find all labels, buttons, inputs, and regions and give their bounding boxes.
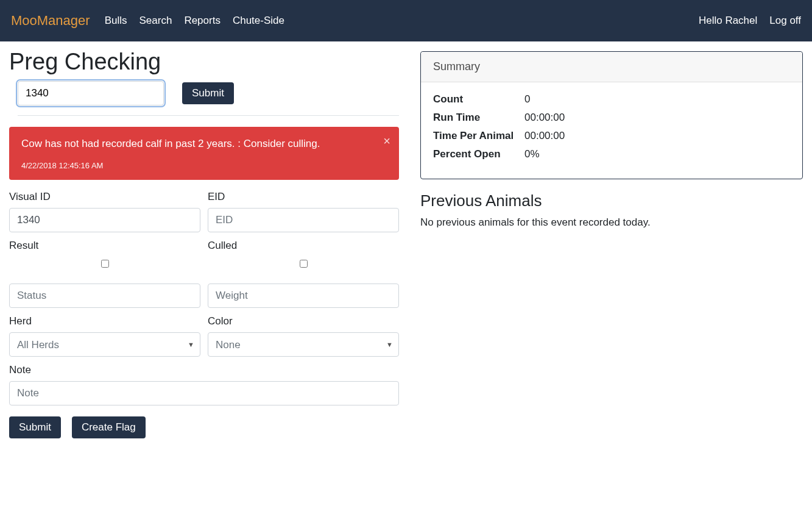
create-flag-button[interactable]: Create Flag <box>72 416 146 438</box>
nav-logoff[interactable]: Log off <box>769 15 801 27</box>
nav-left: Bulls Search Reports Chute-Side <box>105 15 284 27</box>
alert-message: Cow has not had recorded calf in past 2 … <box>21 138 387 150</box>
search-row: Submit <box>18 81 399 116</box>
search-submit-button[interactable]: Submit <box>182 82 234 104</box>
form-submit-button[interactable]: Submit <box>9 416 61 438</box>
nav-reports[interactable]: Reports <box>184 15 221 27</box>
nav-chute-side[interactable]: Chute-Side <box>233 15 284 27</box>
nav-right: Hello Rachel Log off <box>699 15 801 27</box>
main-container: Preg Checking Submit Cow has not had rec… <box>0 41 812 451</box>
button-row: Submit Create Flag <box>9 416 399 438</box>
summary-timeperanimal-value: 00:00:00 <box>524 130 565 142</box>
summary-panel: Summary Count 0 Run Time 00:00:00 Time P… <box>420 51 803 179</box>
note-label: Note <box>9 364 399 376</box>
summary-percentopen-value: 0% <box>524 148 540 160</box>
summary-body: Count 0 Run Time 00:00:00 Time Per Anima… <box>421 82 802 179</box>
navbar: MooManager Bulls Search Reports Chute-Si… <box>0 0 812 41</box>
color-label: Color <box>208 315 399 327</box>
summary-header: Summary <box>421 52 802 82</box>
animal-search-input[interactable] <box>18 81 164 105</box>
brand-logo[interactable]: MooManager <box>11 13 90 29</box>
nav-bulls[interactable]: Bulls <box>105 15 127 27</box>
form-grid: Visual ID EID Result Culled <box>9 191 399 413</box>
summary-percentopen-label: Percent Open <box>433 148 524 160</box>
right-column: Summary Count 0 Run Time 00:00:00 Time P… <box>420 48 803 438</box>
culled-label: Culled <box>208 240 399 252</box>
close-icon[interactable]: × <box>383 134 390 148</box>
result-label: Result <box>9 240 200 252</box>
summary-runtime-value: 00:00:00 <box>524 112 565 124</box>
weight-input[interactable] <box>208 284 399 308</box>
visual-id-label: Visual ID <box>9 191 200 203</box>
alert-banner: Cow has not had recorded calf in past 2 … <box>9 127 399 180</box>
nav-search[interactable]: Search <box>139 15 172 27</box>
culled-checkbox[interactable] <box>300 260 308 268</box>
note-input[interactable] <box>9 381 399 405</box>
nav-user-greeting[interactable]: Hello Rachel <box>699 15 757 27</box>
visual-id-input[interactable] <box>9 208 200 232</box>
eid-input[interactable] <box>208 208 399 232</box>
herd-select[interactable]: All Herds <box>9 332 200 357</box>
herd-label: Herd <box>9 315 200 327</box>
summary-timeperanimal-label: Time Per Animal <box>433 130 524 142</box>
left-column: Preg Checking Submit Cow has not had rec… <box>9 48 399 438</box>
alert-timestamp: 4/22/2018 12:45:16 AM <box>21 161 387 170</box>
previous-animals-empty: No previous animals for this event recor… <box>420 216 803 229</box>
status-input[interactable] <box>9 284 200 308</box>
previous-animals-title: Previous Animals <box>420 191 803 210</box>
eid-label: EID <box>208 191 399 203</box>
page-title: Preg Checking <box>9 49 399 75</box>
color-select[interactable]: None <box>208 332 399 357</box>
result-checkbox[interactable] <box>101 260 109 268</box>
summary-count-label: Count <box>433 93 524 105</box>
summary-count-value: 0 <box>524 93 530 105</box>
summary-runtime-label: Run Time <box>433 112 524 124</box>
